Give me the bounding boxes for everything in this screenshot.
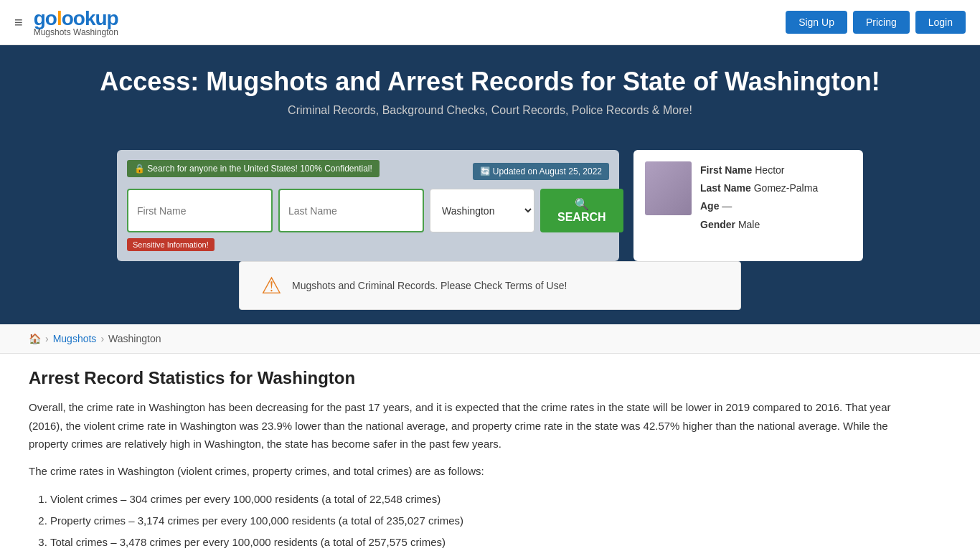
breadcrumb-mugshots[interactable]: Mugshots — [53, 333, 97, 344]
search-and-profile: 🔒 Search for anyone in the United States… — [0, 138, 980, 261]
crime-list: Violent crimes – 304 crimes per every 10… — [50, 489, 904, 551]
login-button[interactable]: Login — [915, 11, 966, 34]
hero-subtitle: Criminal Records, Background Checks, Cou… — [14, 104, 966, 117]
logo[interactable]: golookup Mugshots Washington — [34, 7, 118, 37]
hero-section: Access: Mugshots and Arrest Records for … — [0, 45, 980, 138]
content-paragraph2: The crime rates in Washington (violent c… — [29, 462, 904, 481]
sensitive-badge: Sensitive Information! — [127, 238, 215, 251]
hero-title: Access: Mugshots and Arrest Records for … — [14, 67, 966, 97]
crime-list-item: Violent crimes – 304 crimes per every 10… — [50, 489, 904, 510]
warning-wrapper: ⚠ Mugshots and Criminal Records. Please … — [0, 261, 980, 324]
profile-age: Age — — [700, 197, 818, 215]
search-row: All States AlabamaAlaskaArizona Arkansas… — [127, 189, 609, 232]
profile-first-name: First Name Hector — [700, 161, 818, 179]
main-content: Arrest Record Statistics for Washington … — [0, 354, 933, 551]
breadcrumb-sep1: › — [45, 333, 49, 344]
logo-subtitle: Mugshots Washington — [34, 27, 118, 37]
profile-gender: Gender Male — [700, 216, 818, 234]
last-name-input[interactable] — [278, 189, 424, 232]
header-left: ≡ golookup Mugshots Washington — [14, 7, 118, 37]
crime-list-item: Total crimes – 3,478 crimes per every 10… — [50, 532, 904, 551]
breadcrumb-current: Washington — [108, 333, 161, 344]
search-button[interactable]: 🔍 SEARCH — [540, 189, 623, 232]
warning-text: Mugshots and Criminal Records. Please Ch… — [292, 280, 567, 291]
content-heading: Arrest Record Statistics for Washington — [29, 368, 904, 388]
search-updated: 🔄 Updated on August 25, 2022 — [473, 163, 609, 180]
profile-card: First Name Hector Last Name Gomez-Palma … — [633, 150, 863, 261]
site-header: ≡ golookup Mugshots Washington Sign Up P… — [0, 0, 980, 45]
state-select[interactable]: All States AlabamaAlaskaArizona Arkansas… — [430, 189, 534, 232]
hamburger-menu[interactable]: ≡ — [14, 14, 23, 31]
logo-okup: ookup — [62, 7, 118, 29]
search-box: 🔒 Search for anyone in the United States… — [117, 150, 619, 261]
breadcrumb-home[interactable]: 🏠 — [29, 333, 41, 344]
first-name-input[interactable] — [127, 189, 273, 232]
crime-list-item: Property crimes – 3,174 crimes per every… — [50, 510, 904, 532]
search-notice: 🔒 Search for anyone in the United States… — [127, 160, 380, 177]
pricing-button[interactable]: Pricing — [853, 11, 910, 34]
breadcrumb-section: 🏠 › Mugshots › Washington — [0, 324, 980, 354]
content-paragraph1: Overall, the crime rate in Washington ha… — [29, 398, 904, 453]
logo-go: go — [34, 7, 57, 29]
warning-icon: ⚠ — [261, 272, 282, 299]
header-nav-buttons: Sign Up Pricing Login — [786, 11, 966, 34]
breadcrumb: 🏠 › Mugshots › Washington — [29, 333, 951, 344]
profile-last-name: Last Name Gomez-Palma — [700, 179, 818, 197]
signup-button[interactable]: Sign Up — [786, 11, 847, 34]
profile-avatar — [645, 161, 692, 215]
warning-bar: ⚠ Mugshots and Criminal Records. Please … — [239, 261, 741, 310]
logo-o: l — [57, 7, 62, 29]
profile-info: First Name Hector Last Name Gomez-Palma … — [700, 161, 818, 234]
breadcrumb-sep2: › — [100, 333, 104, 344]
